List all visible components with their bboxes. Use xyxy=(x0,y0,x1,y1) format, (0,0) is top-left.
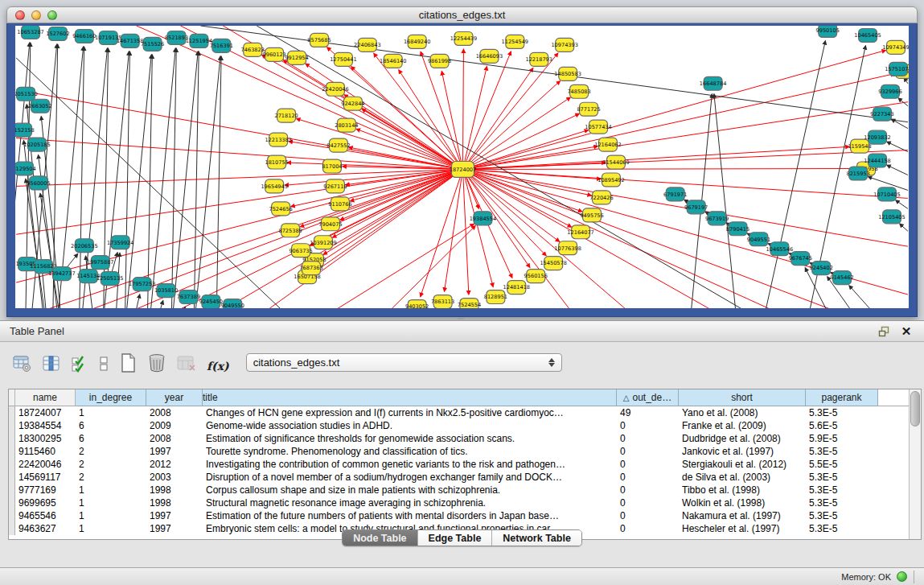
graph-node[interactable]: 10974393 xyxy=(551,38,577,51)
graph-node[interactable]: 16849240 xyxy=(404,35,430,48)
table-cell[interactable]: 9115460 xyxy=(15,445,76,458)
table-cell[interactable]: de Silva et al. (2003) xyxy=(679,471,806,484)
float-panel-icon[interactable] xyxy=(876,324,892,339)
graph-node[interactable]: 7524554 xyxy=(458,299,481,308)
graph-node[interactable]: 9049551 xyxy=(747,233,770,246)
graph-node[interactable]: 11254549 xyxy=(502,35,528,48)
window-titlebar[interactable]: citations_edges.txt xyxy=(6,6,918,23)
graph-node[interactable]: 2803144 xyxy=(335,118,358,132)
table-cell[interactable]: Tourette syndrome. Phenomenology and cla… xyxy=(203,445,617,458)
graph-hub-node[interactable]: 18724007 xyxy=(450,162,476,178)
table-cell[interactable]: 1997 xyxy=(146,445,203,458)
table-cell[interactable]: 2008 xyxy=(146,432,203,445)
table-cell[interactable]: 5.6E-5 xyxy=(806,419,878,432)
table-row[interactable]: 1938455462009Genome-wide association stu… xyxy=(9,419,921,432)
table-cell[interactable]: 5.5E-5 xyxy=(806,458,878,471)
vertical-scrollbar[interactable] xyxy=(909,389,921,539)
table-cell[interactable]: 9777169 xyxy=(15,484,76,496)
table-cell[interactable]: Genome-wide association studies in ADHD. xyxy=(203,419,617,432)
table-cell[interactable]: 1997 xyxy=(146,509,203,522)
clear-selection-icon[interactable] xyxy=(99,352,109,373)
graph-node[interactable]: 9242844 xyxy=(341,97,364,110)
graph-node[interactable]: 11251954 xyxy=(186,34,212,47)
graph-node[interactable]: 8215953 xyxy=(846,167,869,180)
tab-edge-table[interactable]: Edge Table xyxy=(417,530,492,546)
table-cell[interactable]: 0 xyxy=(617,419,679,432)
column-header-indegree[interactable]: in_degree xyxy=(76,389,146,406)
graph-node[interactable]: 9329966 xyxy=(878,84,901,98)
table-cell[interactable]: 5.3E-5 xyxy=(806,406,878,419)
graph-node[interactable]: 7516391 xyxy=(210,39,233,52)
graph-node[interactable]: 10205185 xyxy=(23,138,50,151)
scrollbar-thumb[interactable] xyxy=(910,391,920,426)
graph-node[interactable]: 9673919 xyxy=(705,212,729,225)
table-cell[interactable]: 18300295 xyxy=(15,432,76,445)
graph-node[interactable]: 9495756 xyxy=(580,208,603,222)
graph-node[interactable]: 9679197 xyxy=(684,200,708,214)
table-cell[interactable]: Estimation of significance thresholds fo… xyxy=(203,432,617,445)
graph-node[interactable]: 7904075 xyxy=(318,217,342,231)
table-cell[interactable]: 1998 xyxy=(146,496,203,509)
graph-node[interactable]: 10577434 xyxy=(585,120,611,134)
graph-node[interactable]: 16646093 xyxy=(476,49,503,63)
graph-node[interactable]: 8771725 xyxy=(577,102,600,116)
graph-node[interactable]: 9245402 xyxy=(810,262,833,275)
table-cell[interactable]: Nakamura et al. (1997) xyxy=(679,509,806,522)
graph-node[interactable]: 1035810 xyxy=(154,284,178,298)
graph-node[interactable]: 8575685 xyxy=(307,33,331,47)
table-row[interactable]: 2242004622012Investigating the contribut… xyxy=(9,458,921,471)
close-window-button[interactable] xyxy=(15,10,25,20)
table-cell[interactable]: Investigating the contribution of common… xyxy=(203,458,617,471)
graph-node[interactable]: 19384554 xyxy=(470,212,496,225)
table-cell[interactable]: 5.3E-5 xyxy=(806,484,878,496)
table-cell[interactable]: 2 xyxy=(76,471,146,484)
close-panel-icon[interactable]: ✕ xyxy=(898,324,914,339)
graph-node[interactable]: 9227343 xyxy=(870,107,893,121)
graph-node[interactable]: 10465405 xyxy=(854,28,881,42)
table-row[interactable]: 1830029562008Estimation of significance … xyxy=(9,432,921,445)
graph-node[interactable]: 9063735 xyxy=(289,244,312,257)
graph-node[interactable]: 9560156 xyxy=(524,270,548,283)
graph-node[interactable]: 10653287 xyxy=(17,26,43,39)
table-cell[interactable]: 18724007 xyxy=(15,406,76,419)
table-cell[interactable]: 0 xyxy=(617,471,679,484)
graph-node[interactable]: 12105405 xyxy=(878,210,905,224)
table-cell[interactable]: 49 xyxy=(617,406,679,419)
table-cell[interactable]: 2008 xyxy=(146,406,203,419)
table-cell[interactable]: 0 xyxy=(617,458,679,471)
graph-node[interactable]: 19975887 xyxy=(87,256,113,270)
graph-node[interactable]: 15450578 xyxy=(540,257,566,270)
table-settings-icon[interactable] xyxy=(13,352,32,373)
table-cell[interactable]: 22420046 xyxy=(15,458,76,471)
table-cell[interactable]: 19384554 xyxy=(15,419,76,432)
table-cell[interactable]: 2003 xyxy=(146,471,203,484)
table-cell[interactable]: Structural magnetic resonance image aver… xyxy=(203,496,617,509)
new-file-icon[interactable] xyxy=(119,352,137,373)
graph-node[interactable]: 9861998 xyxy=(428,54,451,68)
graph-node[interactable]: 8427552 xyxy=(326,138,350,152)
table-cell[interactable]: 1 xyxy=(76,496,146,509)
graph-node[interactable]: 9267110 xyxy=(323,179,347,193)
graph-node[interactable]: 2663052 xyxy=(28,99,51,113)
graph-node[interactable]: 9560005 xyxy=(27,176,50,190)
graph-node[interactable]: 7463822 xyxy=(241,43,265,56)
table-cell[interactable]: 1 xyxy=(76,509,146,522)
graph-node[interactable]: 12254439 xyxy=(450,31,477,45)
graph-node[interactable]: 12505135 xyxy=(97,272,123,286)
graph-node[interactable]: 11544069 xyxy=(602,155,629,169)
graph-node[interactable]: 12481418 xyxy=(503,281,530,295)
column-header-outde[interactable]: △out_de… xyxy=(617,389,679,406)
graph-node[interactable]: 2051530 xyxy=(15,87,38,101)
graph-node[interactable]: 6791971 xyxy=(663,187,687,201)
table-cell[interactable]: Estimation of the future numbers of pati… xyxy=(203,509,617,522)
table-cell[interactable]: 5.3E-5 xyxy=(806,471,878,484)
table-row[interactable]: 946554611997Estimation of the future num… xyxy=(9,509,921,522)
table-cell[interactable]: Jankovic et al. (1997) xyxy=(679,445,806,458)
graph-node[interactable]: 12750441 xyxy=(330,52,356,66)
column-header-short[interactable]: short xyxy=(679,389,806,406)
function-builder-icon[interactable]: f(x) xyxy=(207,352,229,373)
graph-node[interactable]: 7485083 xyxy=(567,84,590,98)
table-row[interactable]: 977716911998Corpus callosum shape and si… xyxy=(9,484,921,496)
table-cell[interactable]: Dudbridge et al. (2008) xyxy=(679,432,806,445)
tab-node-table[interactable]: Node Table xyxy=(343,530,417,546)
